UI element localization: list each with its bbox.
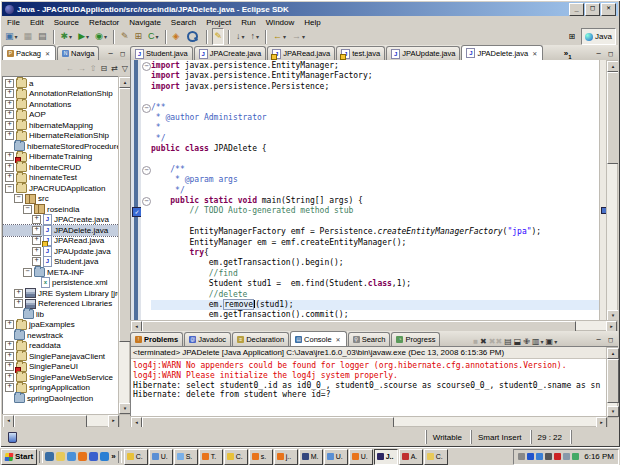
minimize-button[interactable]: _ (569, 3, 584, 16)
console-vertical-scrollbar-up-arrow-icon[interactable]: ▴ (607, 348, 619, 359)
new-package-button[interactable]: ⊞ (132, 28, 144, 45)
code-line[interactable]: em.remove(stud1); (141, 300, 600, 310)
tree-vertical-scrollbar-track[interactable] (119, 88, 129, 403)
dropdown-arrow-icon[interactable]: ▾ (156, 33, 159, 40)
tree-expander[interactable]: + (5, 163, 14, 172)
show-desktop-icon[interactable] (45, 452, 54, 461)
tree-expander[interactable]: + (5, 373, 14, 382)
tree-expander[interactable]: + (5, 383, 14, 392)
collapse-all-button[interactable]: ⊟ (100, 64, 107, 73)
view-menu-button[interactable]: ▽ (122, 64, 128, 73)
console-horizontal-scrollbar[interactable]: ◂▸ (130, 416, 608, 427)
tree-item-jpaupdate-java[interactable]: +JJPAUpdate.java (3, 246, 119, 257)
task-button-t[interactable]: T. (199, 449, 223, 465)
device-tray-icon[interactable] (545, 453, 552, 460)
console-vertical-scrollbar-thumb[interactable] (607, 359, 619, 403)
menu-edit[interactable]: Edit (25, 18, 49, 27)
console-tab-declaration[interactable]: ≡Declaration (232, 332, 289, 346)
code-line[interactable]: EntityManager em = emf.createEntityManag… (141, 238, 600, 248)
editor-tab-jpaupdate-java[interactable]: JJPAUpdate.java (386, 46, 460, 60)
debug-button[interactable]: ✱▾ (59, 28, 75, 45)
code-line[interactable]: public class JPADelete { (141, 144, 600, 154)
mark-occurrences-button[interactable]: ✎ (212, 28, 224, 45)
close-icon[interactable]: ✕ (531, 49, 538, 58)
dropdown-arrow-icon[interactable]: ▾ (554, 338, 557, 345)
code-line[interactable]: − public static void main(String[] args)… (141, 196, 600, 206)
console-tab-problems[interactable]: !Problems (130, 332, 183, 346)
tree-expander[interactable]: + (32, 226, 41, 235)
minimize-editor-button[interactable]: ─ (593, 49, 604, 60)
new-class-button[interactable]: C▾ (146, 28, 161, 45)
quick-launch-overflow[interactable]: » (111, 452, 115, 461)
collapse-icon[interactable]: − (142, 197, 151, 206)
tree-item-meta-inf[interactable]: −META-INF (3, 267, 119, 278)
code-line[interactable]: try{ (141, 248, 600, 258)
tree-expander[interactable]: + (5, 173, 14, 182)
tree-expander[interactable]: + (32, 247, 41, 256)
task-button-a[interactable]: A. (399, 449, 423, 465)
code-line[interactable]: − /** (141, 165, 600, 175)
code-line[interactable]: */ (141, 186, 600, 196)
title-bar[interactable]: Java - JPACRUDApplication/src/roseindia/… (2, 2, 618, 16)
editor-vertical-scrollbar[interactable]: ▴▾ (606, 60, 618, 322)
run-button[interactable]: ▶▾ (76, 28, 91, 45)
editor-tab-student-java[interactable]: JStudent.java (130, 46, 193, 60)
maximize-editor-button[interactable]: □ (605, 49, 616, 60)
menu-refactor[interactable]: Refactor (84, 18, 124, 27)
back-button[interactable]: ←▾ (271, 28, 288, 45)
task-button-m[interactable]: M. (299, 449, 323, 465)
code-line[interactable]: −/** (141, 103, 600, 113)
new-java-project-button[interactable]: ✎ (119, 28, 131, 45)
tree-expander[interactable]: − (5, 184, 14, 193)
open-console-button[interactable]: ▣▾ (546, 337, 558, 346)
editor-overflow-chevron[interactable]: »1 (562, 49, 574, 60)
code-line[interactable]: −import javax.persistence.EntityManager; (141, 61, 600, 71)
code-line[interactable]: */ (141, 134, 600, 144)
minimize-console-button[interactable]: ─ (593, 335, 604, 346)
tree-horizontal-scrollbar[interactable]: ◂▸ (2, 414, 120, 427)
tree-expander[interactable]: + (5, 110, 14, 119)
console-horizontal-scrollbar-track[interactable] (142, 417, 596, 426)
code-line[interactable]: * (141, 123, 600, 133)
messenger-icon[interactable] (89, 452, 98, 461)
dropdown-arrow-icon[interactable]: ▾ (541, 338, 544, 345)
console-vertical-scrollbar-down-arrow-icon[interactable]: ▾ (607, 406, 619, 417)
tree-item-src[interactable]: −src (3, 194, 119, 205)
code-line[interactable]: //find (141, 269, 600, 279)
code-line[interactable] (141, 155, 600, 165)
menu-project[interactable]: Project (201, 18, 236, 27)
tree-item-jparead-java[interactable]: +JJPARead.java (3, 236, 119, 247)
menu-window[interactable]: Window (261, 18, 299, 27)
tree-expander[interactable]: + (32, 257, 41, 266)
menu-file[interactable]: File (2, 18, 25, 27)
code-line[interactable]: import javax.persistence.EntityManagerFa… (141, 71, 600, 81)
editor-tab-jpadelete-java[interactable]: JJPADelete.java✕ (461, 45, 543, 60)
tree-expander[interactable]: + (5, 341, 14, 350)
task-button-u[interactable]: U. (324, 449, 348, 465)
console-vertical-scrollbar-track[interactable] (607, 359, 617, 406)
search-button[interactable] (183, 28, 202, 45)
maximize-button[interactable]: □ (585, 3, 600, 16)
link-with-editor-button[interactable]: ⇄ (111, 64, 118, 73)
menu-navigate[interactable]: Navigate (124, 18, 166, 27)
start-button[interactable]: Start (1, 449, 37, 465)
network-tray-icon[interactable] (536, 453, 543, 460)
task-button-c[interactable]: C. (124, 449, 148, 465)
tree-item-roseindia[interactable]: −roseindia (3, 204, 119, 215)
code-line[interactable]: * @param args (141, 175, 600, 185)
menu-help[interactable]: Help (299, 18, 325, 27)
console-output[interactable]: <terminated> JPADelete [Java Application… (130, 347, 608, 418)
remote-desktop-tray-icon[interactable] (572, 453, 579, 460)
editor-vertical-scrollbar-up-arrow-icon[interactable]: ▴ (607, 61, 618, 72)
close-icon[interactable]: ✕ (335, 335, 342, 344)
view-tab-naviga[interactable]: NNaviga (57, 46, 99, 60)
tree-expander[interactable]: + (32, 215, 41, 224)
tree-expander[interactable]: + (32, 236, 41, 245)
tree-expander[interactable]: + (5, 131, 14, 140)
display-selected-console-button[interactable]: ▥▾ (532, 337, 544, 346)
editor-tab-test-java[interactable]: Jtest.java (336, 46, 385, 60)
console-vertical-scrollbar[interactable]: ▴▾ (606, 347, 618, 418)
fast-view-icon[interactable] (8, 432, 17, 443)
editor-tab-jparead-java[interactable]: JJPARead.java (267, 46, 335, 60)
tree-expander[interactable]: + (5, 79, 14, 88)
